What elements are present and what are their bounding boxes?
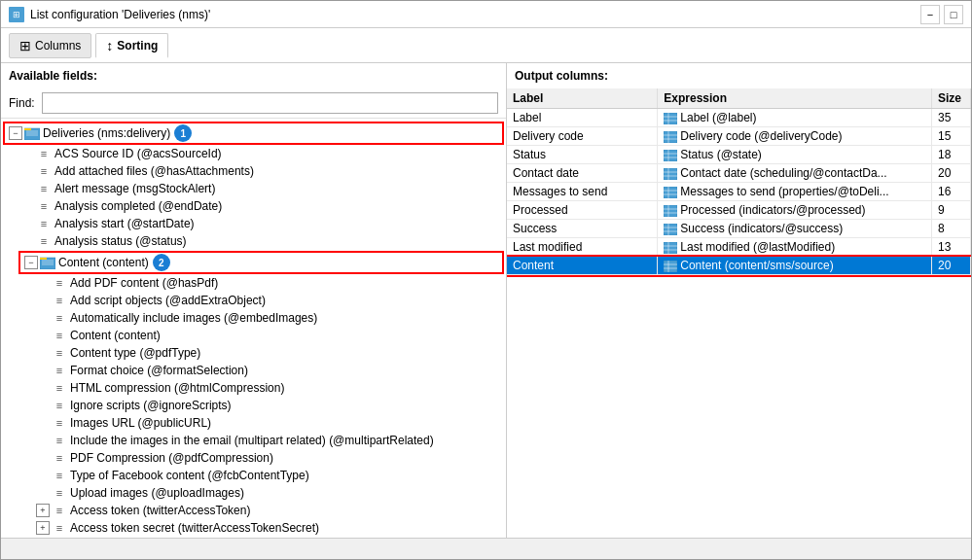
col-table-icon — [664, 222, 680, 235]
output-row-size: 8 — [932, 220, 971, 238]
table-row[interactable]: Last modifiedLast modified (@lastModifie… — [507, 238, 971, 257]
badge-2: 2 — [153, 254, 170, 271]
title-bar: ⊞ List configuration 'Deliveries (nms)' … — [1, 1, 971, 28]
right-panel: Output columns: Label Expression Size La… — [507, 63, 971, 538]
tree-item-content-content[interactable]: − Content (content) 2 — [20, 253, 502, 272]
tree-item-type-facebook[interactable]: ≡ Type of Facebook content (@fcbContentT… — [1, 467, 506, 484]
expand-content[interactable]: − — [24, 256, 38, 269]
output-row-label: Label — [507, 109, 658, 127]
tree-item-analysis-status[interactable]: ≡ Analysis status (@status) — [1, 232, 506, 250]
tree-item-analysis-completed[interactable]: ≡ Analysis completed (@endDate) — [1, 197, 506, 215]
field-icon: ≡ — [36, 146, 52, 161]
tree-item-analysis-start[interactable]: ≡ Analysis start (@startDate) — [1, 215, 506, 232]
tree-item-format-choice[interactable]: ≡ Format choice (@formatSelection) — [1, 362, 506, 379]
tree-item-label: ACS Source ID (@acsSourceId) — [54, 147, 222, 160]
field-icon: ≡ — [52, 450, 67, 466]
deliveries-folder-icon — [24, 125, 40, 141]
output-row-size: 18 — [932, 146, 971, 164]
window-title: List configuration 'Deliveries (nms)' — [30, 8, 210, 21]
table-row[interactable]: Delivery codeDelivery code (@deliveryCod… — [507, 127, 971, 146]
expand-access-token[interactable]: + — [36, 504, 50, 517]
tree-item-label: Automatically include images (@embedImag… — [70, 311, 317, 325]
tree-item-label: Content type (@pdfType) — [70, 346, 200, 360]
col-table-icon — [664, 129, 680, 143]
output-row-expression: Delivery code (@deliveryCode) — [658, 127, 932, 146]
tree-item-label: Analysis status (@status) — [54, 234, 187, 248]
col-header-expression: Expression — [658, 88, 932, 109]
tree-item-add-script[interactable]: ≡ Add script objects (@addExtraObject) — [1, 292, 506, 309]
no-expand — [36, 294, 50, 307]
tree-item-label: Analysis completed (@endDate) — [54, 199, 222, 213]
left-panel: Available fields: Find: − Deliveries (nm… — [1, 63, 507, 538]
no-expand — [20, 182, 34, 195]
columns-tab-icon: ⊞ — [19, 38, 31, 53]
output-row-expression: Processed (indicators/@processed) — [658, 201, 932, 220]
table-row[interactable]: ProcessedProcessed (indicators/@processe… — [507, 201, 971, 220]
find-input[interactable] — [42, 92, 498, 114]
field-icon: ≡ — [52, 345, 67, 361]
toolbar: ⊞ Columns ↕ Sorting — [1, 28, 971, 63]
svg-rect-71 — [664, 261, 677, 272]
field-icon: ≡ — [52, 433, 67, 448]
tab-columns[interactable]: ⊞ Columns — [9, 33, 91, 58]
tree-item-html-compression[interactable]: ≡ HTML compression (@htmlCompression) — [1, 379, 506, 397]
tab-sorting[interactable]: ↕ Sorting — [95, 33, 168, 58]
svg-rect-59 — [664, 205, 677, 217]
maximize-button[interactable]: □ — [944, 5, 963, 24]
tree-item-auto-include[interactable]: ≡ Automatically include images (@embedIm… — [1, 309, 506, 327]
main-window: ⊞ List configuration 'Deliveries (nms)' … — [0, 0, 972, 560]
no-expand — [36, 451, 50, 465]
field-icon: ≡ — [52, 415, 67, 431]
table-row[interactable]: LabelLabel (@label)35 — [507, 109, 971, 127]
tree-item-label: Add script objects (@addExtraObject) — [70, 294, 266, 307]
col-table-icon — [664, 203, 680, 217]
tree-item-content-type[interactable]: ≡ Content type (@pdfType) — [1, 344, 506, 362]
table-row[interactable]: SuccessSuccess (indicators/@success)8 — [507, 220, 971, 238]
no-expand — [20, 147, 34, 160]
tree-item-alert-message[interactable]: ≡ Alert message (msgStockAlert) — [1, 180, 506, 197]
expand-deliveries[interactable]: − — [9, 126, 22, 140]
table-row[interactable]: Messages to sendMessages to send (proper… — [507, 183, 971, 201]
svg-rect-51 — [664, 168, 677, 180]
tree-item-include-images[interactable]: ≡ Include the images in the email (multi… — [1, 432, 506, 449]
tree-item-add-pdf[interactable]: ≡ Add PDF content (@hasPdf) — [1, 274, 506, 292]
minimize-button[interactable]: − — [920, 5, 940, 24]
tree-item-label: Add attached files (@hasAttachments) — [54, 164, 254, 178]
output-table: Label Expression Size LabelLabel (@label… — [507, 88, 971, 538]
table-row[interactable]: Contact dateContact date (scheduling/@co… — [507, 164, 971, 183]
expand-access-token-secret[interactable]: + — [36, 521, 50, 535]
tree-item-acs-source[interactable]: ≡ ACS Source ID (@acsSourceId) — [1, 145, 506, 162]
tree-item-upload-images[interactable]: ≡ Upload images (@uploadImages) — [1, 484, 506, 502]
no-expand — [36, 381, 50, 395]
tree-item-label: Add PDF content (@hasPdf) — [70, 276, 218, 290]
tree-item-access-token[interactable]: + ≡ Access token (twitterAccessToken) — [1, 502, 506, 519]
tree-item-ignore-scripts[interactable]: ≡ Ignore scripts (@ignoreScripts) — [1, 397, 506, 414]
no-expand — [36, 399, 50, 412]
output-columns-header: Output columns: — [507, 63, 971, 88]
field-icon: ≡ — [52, 503, 67, 518]
tree-item-label: Alert message (msgStockAlert) — [54, 182, 215, 195]
content-group-box: − Content (content) 2 — [18, 251, 504, 274]
tree-item-label: Analysis start (@startDate) — [54, 217, 195, 230]
svg-rect-6 — [40, 258, 47, 260]
tree-item-images-url[interactable]: ≡ Images URL (@publicURL) — [1, 414, 506, 432]
no-expand — [36, 364, 50, 377]
output-row-expression: Contact date (scheduling/@contactDa... — [658, 164, 932, 183]
tree-item-add-attached[interactable]: ≡ Add attached files (@hasAttachments) — [1, 162, 506, 180]
tree-item-label: Content (content) — [58, 256, 149, 269]
tree-item-content[interactable]: ≡ Content (content) — [1, 327, 506, 344]
field-icon: ≡ — [36, 163, 52, 179]
no-expand — [36, 276, 50, 290]
tree-container[interactable]: − Deliveries (nms:delivery) 1 ≡ ACS Sour… — [1, 119, 506, 538]
tree-item-label: Deliveries (nms:delivery) — [43, 126, 170, 140]
main-content: Available fields: Find: − Deliveries (nm… — [1, 63, 971, 538]
output-row-label: Status — [507, 146, 658, 164]
svg-rect-67 — [664, 242, 677, 254]
tree-item-access-token-secret[interactable]: + ≡ Access token secret (twitterAccessTo… — [1, 519, 506, 537]
table-row[interactable]: StatusStatus (@state)18 — [507, 146, 971, 164]
tree-item-deliveries-root[interactable]: − Deliveries (nms:delivery) 1 — [5, 123, 502, 143]
output-row-expression: Last modified (@lastModified) — [658, 238, 932, 257]
tree-item-pdf-compression[interactable]: ≡ PDF Compression (@pdfCompression) — [1, 449, 506, 467]
no-expand — [36, 486, 50, 500]
table-row[interactable]: ContentContent (content/sms/source)20 — [507, 257, 971, 275]
